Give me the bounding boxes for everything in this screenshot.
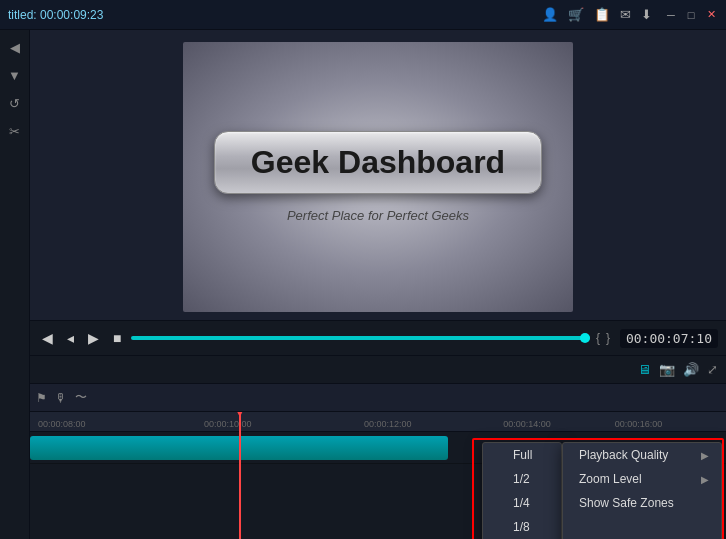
download-icon[interactable]: ⬇	[641, 7, 652, 22]
secondary-bar: 🖥 📷 🔊 ⤢	[30, 356, 726, 384]
preview-title-text: Geek Dashboard	[251, 144, 505, 181]
transport-bar: ◀ ◂ ▶ ■ { } 00:00:07:10	[30, 320, 726, 356]
ruler-time-2: 00:00:10:00	[204, 419, 252, 429]
timeline-ruler: 00:00:08:00 00:00:10:00 00:00:12:00 00:0…	[30, 412, 726, 432]
preview-area: Geek Dashboard Perfect Place for Perfect…	[30, 30, 726, 320]
titlebar: titled: 00:00:09:23 👤 🛒 📋 ✉ ⬇ ─ □ ✕	[0, 0, 726, 30]
right-submenu: Playback Quality ▶ Zoom Level ▶ Show Saf…	[562, 442, 722, 539]
preview-subtitle-text: Perfect Place for Perfect Geeks	[287, 208, 469, 223]
menu-label-half: 1/2	[513, 472, 530, 486]
minimize-button[interactable]: ─	[664, 8, 678, 22]
sidebar-icon-1[interactable]: ◀	[4, 36, 26, 58]
titlebar-icons: 👤 🛒 📋 ✉ ⬇	[542, 7, 652, 22]
menu-label-show-safe-zones: Show Safe Zones	[579, 496, 674, 510]
sidebar-left: ◀ ▼ ↺ ✂	[0, 30, 30, 539]
menu-item-show-safe-zones[interactable]: Show Safe Zones	[563, 491, 721, 515]
playhead	[239, 412, 241, 539]
menu-item-half[interactable]: 1/2	[483, 467, 561, 491]
monitor-icon[interactable]: 🖥	[638, 362, 651, 377]
timeline-controls-row: ⚑ 🎙 〜	[30, 384, 726, 412]
maximize-button[interactable]: □	[684, 8, 698, 22]
progress-thumb	[580, 333, 590, 343]
secondary-bar-right: 🖥 📷 🔊 ⤢	[638, 362, 718, 377]
menu-item-zoom-level[interactable]: Zoom Level ▶	[563, 467, 721, 491]
step-back-button[interactable]: ◂	[63, 328, 78, 348]
person-icon[interactable]: 👤	[542, 7, 558, 22]
menu-item-full[interactable]: Full	[483, 443, 561, 467]
timecode-display: 00:00:07:10	[620, 329, 718, 348]
clipboard-icon[interactable]: 📋	[594, 7, 610, 22]
context-menu-container: Full 1/2 1/4	[482, 442, 722, 539]
sidebar-icon-4[interactable]: ✂	[4, 120, 26, 142]
content-area: Geek Dashboard Perfect Place for Perfect…	[30, 30, 726, 539]
menu-label-eighth: 1/8	[513, 520, 530, 534]
sidebar-icon-2[interactable]: ▼	[4, 64, 26, 86]
context-menu-overlay: Full 1/2 1/4	[482, 442, 722, 539]
submenu-arrow-zoom: ▶	[701, 474, 709, 485]
titlebar-left: titled: 00:00:09:23	[8, 8, 103, 22]
menu-item-eighth[interactable]: 1/8	[483, 515, 561, 539]
brace-open[interactable]: {	[596, 331, 600, 345]
ruler-time-5: 00:00:16:00	[615, 419, 663, 429]
flag-icon[interactable]: ⚑	[36, 391, 47, 405]
menu-label-quarter: 1/4	[513, 496, 530, 510]
menu-label-full: Full	[513, 448, 532, 462]
cart-icon[interactable]: 🛒	[568, 7, 584, 22]
wave-icon[interactable]: 〜	[75, 389, 87, 406]
ruler-time-3: 00:00:12:00	[364, 419, 412, 429]
mic-icon[interactable]: 🎙	[55, 391, 67, 405]
stop-button[interactable]: ■	[109, 328, 125, 348]
window-title: titled: 00:00:09:23	[8, 8, 103, 22]
close-button[interactable]: ✕	[704, 8, 718, 22]
mail-icon[interactable]: ✉	[620, 7, 631, 22]
volume-icon[interactable]: 🔊	[683, 362, 699, 377]
ruler-time-1: 00:00:08:00	[38, 419, 86, 429]
submenu-arrow-playback: ▶	[701, 450, 709, 461]
camera-icon[interactable]: 📷	[659, 362, 675, 377]
brace-close[interactable]: }	[606, 331, 610, 345]
menu-label-playback-quality: Playback Quality	[579, 448, 668, 462]
preview-canvas: Geek Dashboard Perfect Place for Perfect…	[183, 42, 573, 312]
timeline-area: 00:00:08:00 00:00:10:00 00:00:12:00 00:0…	[30, 412, 726, 539]
preview-title-graphic: Geek Dashboard	[214, 131, 542, 194]
menu-item-playback-quality[interactable]: Playback Quality ▶	[563, 443, 721, 467]
sidebar-icon-3[interactable]: ↺	[4, 92, 26, 114]
ruler-time-4: 00:00:14:00	[503, 419, 551, 429]
fullscreen-icon[interactable]: ⤢	[707, 362, 718, 377]
window-controls: ─ □ ✕	[664, 8, 718, 22]
menu-item-quarter[interactable]: 1/4	[483, 491, 561, 515]
rewind-button[interactable]: ◀	[38, 328, 57, 348]
progress-bar[interactable]	[131, 336, 589, 340]
menu-label-zoom-level: Zoom Level	[579, 472, 642, 486]
quality-menu: Full 1/2 1/4	[482, 442, 562, 539]
play-button[interactable]: ▶	[84, 328, 103, 348]
main-layout: ◀ ▼ ↺ ✂ Geek Dashboard Perfect Place for…	[0, 30, 726, 539]
